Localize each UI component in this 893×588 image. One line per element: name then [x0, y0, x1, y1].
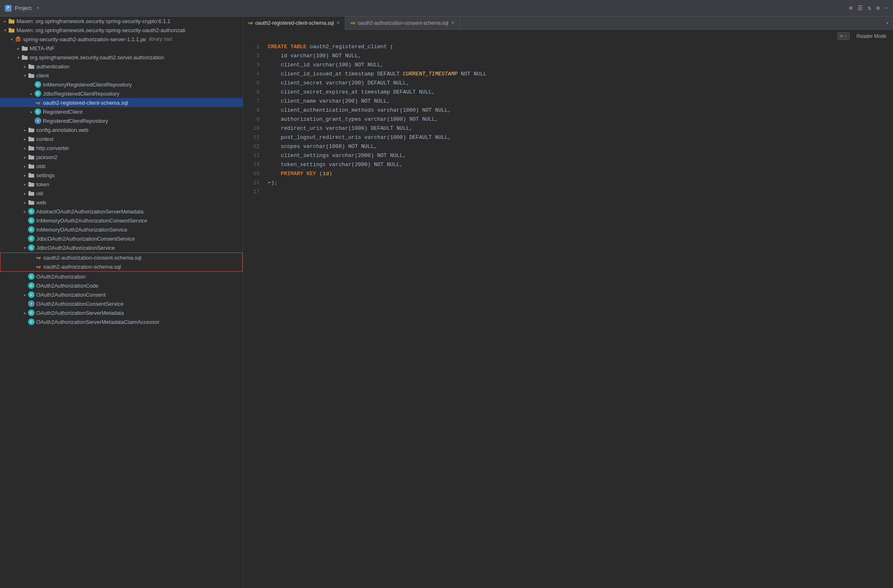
sidebar[interactable]: Maven: org.springframework.security:spri… — [0, 16, 243, 588]
arrow-http-converter[interactable] — [21, 146, 28, 150]
oauth2-server-meta-label: OAuth2AuthorizationServerMetadata — [36, 310, 124, 316]
reg-client-repo-label: RegisteredClientRepository — [43, 118, 108, 124]
minimize-icon[interactable]: − — [885, 5, 888, 12]
arrow-oauth2-server-meta[interactable] — [21, 311, 28, 315]
line-num-10: 10 — [250, 124, 260, 133]
arrow-maven1[interactable] — [2, 19, 8, 23]
settings-icon[interactable]: ⚙ — [876, 5, 879, 12]
arrow-org-pkg[interactable] — [15, 55, 21, 60]
arrow-auth[interactable] — [21, 64, 28, 69]
sidebar-item-inmemory-consent[interactable]: C InMemoryOAuth2AuthorizationConsentServ… — [0, 216, 243, 225]
arrow-jar[interactable] — [8, 37, 15, 42]
code-line-1: CREATE TABLE oauth2_registered_client ( — [268, 42, 889, 52]
sidebar-item-oauth2-authz-consent[interactable]: C OAuth2AuthorizationConsent — [0, 290, 243, 299]
arrow-jdbc-reg[interactable] — [28, 91, 35, 96]
code-line-8: client_authentication_methods varchar(10… — [268, 106, 889, 115]
tab-label-1: oauth2-registered-client-schema.sql — [255, 20, 334, 26]
sidebar-item-org-pkg[interactable]: org.springframework.security.oauth2.serv… — [0, 53, 243, 62]
sidebar-item-jdbc-reg[interactable]: C JdbcRegisteredClientRepository — [0, 89, 243, 98]
sidebar-item-oauth2-server-meta-claim[interactable]: C OAuth2AuthorizationServerMetadataClaim… — [0, 317, 243, 326]
title-bar-icons: ⊕ ☰ ⇅ ⚙ − — [849, 5, 888, 12]
tab-close-1[interactable]: ✕ — [336, 20, 340, 26]
sidebar-item-abstract-oauth2[interactable]: C AbstractOAuth2AuthorizationServerMetad… — [0, 207, 243, 216]
sidebar-item-registered-client-repo[interactable]: I RegisteredClientRepository — [0, 116, 243, 125]
sidebar-item-jdbc-authz[interactable]: C JdbcOAuth2AuthorizationService — [0, 243, 243, 252]
sidebar-item-maven1[interactable]: Maven: org.springframework.security:spri… — [0, 16, 243, 26]
class-icon-registered-client: C — [35, 108, 41, 115]
arrow-jackson2[interactable] — [21, 155, 28, 159]
sidebar-item-inmemory-reg[interactable]: C InMemoryRegisteredClientRepository — [0, 80, 243, 89]
sidebar-item-oauth2-registered[interactable]: sql oauth2-registered-client-schema.sql — [0, 98, 243, 107]
arrow-abstract-oauth2[interactable] — [21, 209, 28, 214]
arrow-client[interactable] — [21, 73, 28, 78]
svg-rect-23 — [28, 164, 31, 165]
minimap-button[interactable]: ⊞ ✕ — [837, 32, 850, 40]
arrow-maven2[interactable] — [2, 28, 8, 33]
project-icon: P — [5, 5, 12, 12]
tab-close-2[interactable]: ✕ — [451, 20, 455, 26]
sort-icon[interactable]: ⇅ — [868, 5, 871, 12]
arrow-config-annotation[interactable] — [21, 128, 28, 132]
tab-oauth2-registered[interactable]: sql oauth2-registered-client-schema.sql … — [243, 16, 345, 30]
sidebar-item-jar[interactable]: spring-security-oauth2-authorization-ser… — [0, 35, 243, 44]
class-icon-oauth2-authz-consent: C — [28, 291, 35, 298]
sidebar-item-oauth2-authorization[interactable]: C OAuth2Authorization — [0, 272, 243, 281]
code-line-15: PRIMARY KEY (id) — [268, 169, 889, 178]
svg-rect-18 — [28, 147, 34, 150]
sidebar-item-authentication[interactable]: authentication — [0, 62, 243, 71]
arrow-util[interactable] — [21, 191, 28, 196]
sidebar-item-oauth2-server-meta[interactable]: C OAuth2AuthorizationServerMetadata — [0, 308, 243, 317]
minimap-icon: ⊞ — [840, 33, 843, 39]
sidebar-item-jackson2[interactable]: jackson2 — [0, 152, 243, 162]
arrow-web[interactable] — [21, 200, 28, 205]
sidebar-item-util[interactable]: util — [0, 189, 243, 198]
arrow-settings[interactable] — [21, 173, 28, 178]
sidebar-item-meta-inf[interactable]: META-INF — [0, 44, 243, 53]
arrow-context[interactable] — [21, 137, 28, 141]
dropdown-arrow[interactable]: ▾ — [36, 5, 39, 11]
tab-oauth2-consent[interactable]: sql oauth2-authorization-consent-schema.… — [345, 16, 460, 30]
sidebar-item-context[interactable]: context — [0, 134, 243, 143]
sidebar-item-registered-client[interactable]: C RegisteredClient — [0, 107, 243, 116]
svg-rect-31 — [28, 200, 31, 201]
arrow-registered-client[interactable] — [28, 110, 35, 114]
sidebar-item-settings[interactable]: settings — [0, 171, 243, 180]
sidebar-item-web[interactable]: web — [0, 198, 243, 207]
sidebar-item-oauth2-consent-schema[interactable]: sql oauth2-authorization-consent-schema.… — [0, 253, 242, 262]
line-num-1: 1 — [250, 42, 260, 52]
sql-icon-oauth2-authz: sql — [35, 263, 42, 270]
oauth2-server-meta-claim-label: OAuth2AuthorizationServerMetadataClaimAc… — [36, 319, 159, 325]
sidebar-item-oauth2-authz-consent-svc[interactable]: I OAuth2AuthorizationConsentService — [0, 299, 243, 308]
menu-icon[interactable]: ☰ — [858, 5, 863, 12]
sidebar-item-oauth2-authz-schema[interactable]: sql oauth2-authorization-schema.sql — [0, 262, 242, 271]
main-layout: Maven: org.springframework.security:spri… — [0, 16, 893, 588]
sidebar-item-config-annotation[interactable]: config.annotation.web — [0, 125, 243, 134]
globe-icon[interactable]: ⊕ — [849, 5, 852, 12]
arrow-token[interactable] — [21, 182, 28, 187]
svg-rect-12 — [28, 74, 34, 78]
oauth2-registered-label: oauth2-registered-client-schema.sql — [43, 100, 128, 106]
svg-rect-7 — [22, 46, 24, 47]
tab-bar-more[interactable]: ▾ — [881, 20, 893, 26]
arrow-oauth2-authz-consent[interactable] — [21, 293, 28, 297]
reader-mode-button[interactable]: Reader Mode — [856, 33, 886, 39]
svg-rect-25 — [28, 173, 31, 174]
sidebar-item-jdbc-consent[interactable]: C JdbcOAuth2AuthorizationConsentService — [0, 234, 243, 243]
sidebar-item-oidc[interactable]: oidc — [0, 162, 243, 171]
svg-rect-24 — [28, 174, 34, 178]
class-icon-oauth2-authz-code: C — [28, 282, 35, 289]
arrow-jdbc-authz[interactable] — [21, 246, 28, 250]
sidebar-item-token[interactable]: token — [0, 180, 243, 189]
maven-icon1 — [8, 18, 15, 24]
code-editor[interactable]: 1 2 3 4 5 6 7 8 9 10 11 12 13 14 15 16 1 — [243, 42, 893, 588]
sidebar-item-http-converter[interactable]: http.converter — [0, 143, 243, 152]
sidebar-item-oauth2-authz-code[interactable]: C OAuth2AuthorizationCode — [0, 281, 243, 290]
arrow-meta-inf[interactable] — [15, 46, 21, 51]
arrow-oidc[interactable] — [21, 164, 28, 169]
minimap-close-icon[interactable]: ✕ — [844, 34, 847, 39]
class-icon-inmemory-authz: C — [28, 226, 35, 233]
sidebar-item-client[interactable]: client — [0, 71, 243, 80]
sidebar-item-inmemory-authz[interactable]: C InMemoryOAuth2AuthorizationService — [0, 225, 243, 234]
svg-rect-2 — [9, 29, 14, 33]
sidebar-item-maven2[interactable]: Maven: org.springframework.security:spri… — [0, 26, 243, 35]
